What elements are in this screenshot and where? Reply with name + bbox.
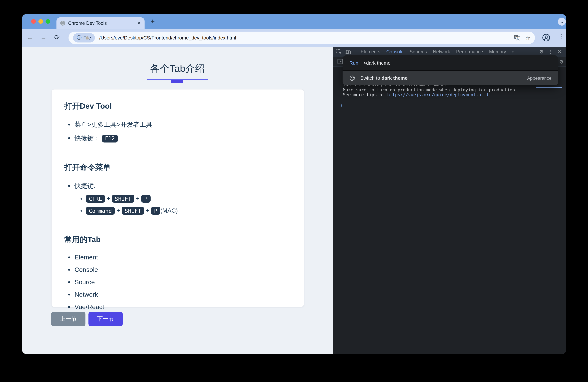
tab-performance[interactable]: Performance xyxy=(453,49,486,54)
command-menu: Run >dark theme Switch to dark xyxy=(343,55,558,85)
info-icon: ⓘ xyxy=(77,35,82,41)
kbd-f12: F12 xyxy=(102,134,118,142)
profile-avatar-icon[interactable] xyxy=(542,34,550,42)
site-favicon-globe-icon xyxy=(60,21,65,26)
list-item: Vue/React xyxy=(75,304,291,311)
tab-sources[interactable]: Sources xyxy=(407,49,430,54)
bookmark-star-icon[interactable]: ☆ xyxy=(525,34,530,41)
tab-network[interactable]: Network xyxy=(430,49,453,54)
browser-toolbar: ← → ⟳ ⓘ File /Users/eve/Desktop/CS/Front… xyxy=(22,29,566,47)
divider xyxy=(355,49,355,55)
command-result-switch-dark-theme[interactable]: Switch to dark theme Appearance xyxy=(343,71,558,85)
inspect-element-icon[interactable] xyxy=(336,49,342,55)
more-tabs-icon[interactable]: » xyxy=(509,49,518,54)
browser-window: Chrome Dev Tools ✕ + ⌄ ← → ⟳ ⓘ File /Use… xyxy=(22,14,566,354)
kbd-ctrl: CTRL xyxy=(86,195,105,203)
kbd-command: Command xyxy=(86,207,115,215)
browser-tab[interactable]: Chrome Dev Tools ✕ xyxy=(57,17,145,29)
console-output: You are running Vue in development mode.… xyxy=(343,82,562,108)
forward-icon[interactable]: → xyxy=(40,33,47,42)
url-text[interactable]: /Users/eve/Desktop/CS/Frontend/chrome_de… xyxy=(99,35,511,41)
list-item: 快捷键: CTRL + SHIFT + P Comm xyxy=(75,182,291,215)
file-scheme-chip[interactable]: ⓘ File xyxy=(73,33,95,42)
file-chip-label: File xyxy=(83,35,91,40)
kbd-shift: SHIFT xyxy=(112,195,134,203)
rendered-page: 各个Tab介绍 打开Dev Tool 菜单>更多工具>开发者工具 快捷键： F1… xyxy=(22,47,333,354)
console-sidebar-toggle-icon[interactable] xyxy=(337,59,343,64)
kbd-shift: SHIFT xyxy=(122,207,144,215)
console-prompt-icon[interactable]: ❯ xyxy=(340,103,562,108)
tab-search-chevron-icon[interactable]: ⌄ xyxy=(558,18,566,26)
tab-title: Chrome Dev Tools xyxy=(68,20,137,26)
translate-icon[interactable]: G 文 xyxy=(514,35,520,41)
shortcut-row-windows: CTRL + SHIFT + P xyxy=(86,195,291,203)
devtools-settings-gear-icon[interactable]: ⚙ xyxy=(539,49,544,55)
list-item: Network xyxy=(75,291,291,299)
browser-menu-icon[interactable]: ⋮ xyxy=(558,33,564,40)
kbd-p: P xyxy=(141,195,150,203)
tab-strip: Chrome Dev Tools ✕ + ⌄ xyxy=(22,14,566,29)
list-item: 菜单>更多工具>开发者工具 xyxy=(75,120,291,129)
prev-section-button[interactable]: 上一节 xyxy=(51,312,85,326)
kbd-p: P xyxy=(151,207,160,215)
reload-icon[interactable]: ⟳ xyxy=(54,33,60,42)
shortcut-row-mac: Command + SHIFT + P(MAC) xyxy=(86,207,291,215)
page-title: 各个Tab介绍 xyxy=(22,62,333,75)
command-query-text: >dark theme xyxy=(363,60,391,66)
console-line: See more tips at https://vuejs.org/guide… xyxy=(343,93,562,97)
traffic-minimize-button[interactable] xyxy=(38,19,43,24)
tab-console[interactable]: Console xyxy=(383,49,407,54)
content-card: 打开Dev Tool 菜单>更多工具>开发者工具 快捷键： F12 打开命令菜单… xyxy=(51,89,304,307)
devtools-close-icon[interactable]: ✕ xyxy=(558,49,562,55)
palette-icon xyxy=(349,75,355,81)
tab-close-icon[interactable]: ✕ xyxy=(137,20,141,26)
devtools-overflow-menu-icon[interactable]: ⋮ xyxy=(548,49,553,55)
list-item: Element xyxy=(75,254,291,261)
section-heading-common-tabs: 常用的Tab xyxy=(64,234,291,245)
device-toolbar-icon[interactable] xyxy=(345,49,351,55)
tab-memory[interactable]: Memory xyxy=(486,49,509,54)
title-underline-accent xyxy=(171,80,183,83)
traffic-zoom-button[interactable] xyxy=(45,19,50,24)
list-item: 快捷键： F12 xyxy=(75,134,291,142)
section-heading-command-menu: 打开命令菜单 xyxy=(64,162,291,172)
section-heading-open-devtool: 打开Dev Tool xyxy=(64,101,291,111)
next-section-button[interactable]: 下一节 xyxy=(88,312,123,326)
tab-elements[interactable]: Elements xyxy=(358,49,383,54)
list-item: Console xyxy=(75,266,291,274)
command-result-label: Switch to dark theme xyxy=(360,75,407,81)
command-mode-label: Run xyxy=(349,60,358,66)
deployment-link[interactable]: https://vuejs.org/guide/deployment.html xyxy=(387,92,489,97)
url-bar[interactable]: ⓘ File /Users/eve/Desktop/CS/Frontend/ch… xyxy=(68,32,535,44)
console-settings-gear-icon[interactable]: ⚙ xyxy=(559,59,564,65)
traffic-close-button[interactable] xyxy=(31,19,36,24)
command-result-category: Appearance xyxy=(527,75,551,81)
back-icon[interactable]: ← xyxy=(27,33,33,42)
console-line: Make sure to turn on production mode whe… xyxy=(343,87,562,93)
command-menu-input[interactable]: Run >dark theme xyxy=(343,55,558,71)
list-item: Source xyxy=(75,279,291,286)
devtools-panel: Elements Console Sources Network Perform… xyxy=(333,47,566,354)
new-tab-button[interactable]: + xyxy=(150,18,155,25)
